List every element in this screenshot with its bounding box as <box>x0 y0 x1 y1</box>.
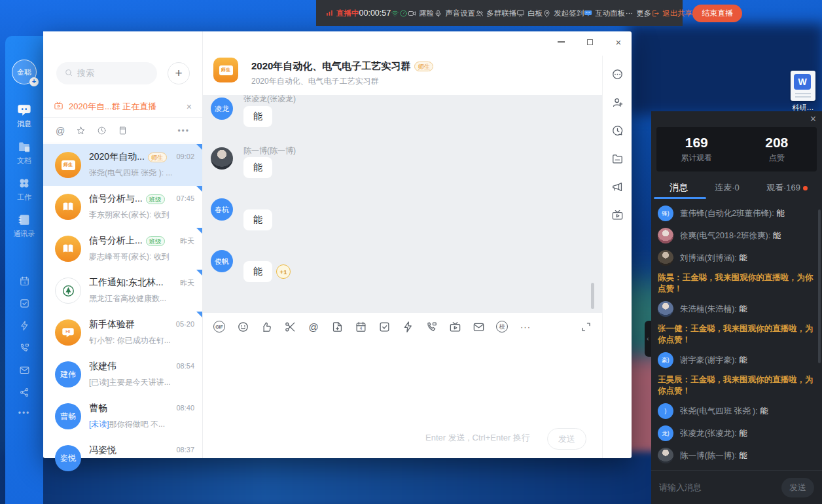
sidebar-tool-mail-icon[interactable] <box>19 365 30 376</box>
live-toolbar: 直播中 00:00:57 露脸 声音设置 多群联播 白板 发起签到 互动面板 更… <box>316 0 683 26</box>
conversation-preview: 黑龙江省高校健康数... <box>89 293 166 304</box>
composer-mail-icon[interactable] <box>472 320 485 333</box>
user-avatar: 姿悦 <box>55 445 81 471</box>
stat-label: 点赞 <box>769 153 785 164</box>
composer-school-icon[interactable]: 校 <box>495 320 509 333</box>
composer-expand-icon[interactable] <box>579 320 592 333</box>
group-avatar[interactable]: 师生 <box>213 58 238 82</box>
rail-tv[interactable] <box>611 209 624 221</box>
conversation-item[interactable]: 师生 2020年自动...师生 09:02 张尧(电气四班 张尧 ): ... <box>43 144 202 186</box>
message-scrollbar[interactable] <box>591 283 594 309</box>
toolbar-board-button[interactable]: 白板 <box>516 9 543 18</box>
panel-tabs: 消息连麦·0观看·169 <box>651 179 822 196</box>
maximize-button[interactable] <box>584 37 595 47</box>
filter-more-icon[interactable]: ••• <box>177 126 190 135</box>
toolbar-exit-button[interactable]: 退出共享 <box>651 9 692 18</box>
filter-doc-icon[interactable] <box>118 126 128 135</box>
user-avatar[interactable]: 金聪 + <box>12 60 37 84</box>
toolbar-dots-button[interactable]: 更多 <box>625 9 651 18</box>
conversation-item[interactable]: 工作通知:东北林... 昨天 黑龙江省高校健康数... <box>43 270 202 312</box>
search-input[interactable]: 搜索 <box>56 62 157 84</box>
sidebar-tool-flash-icon[interactable] <box>19 320 30 331</box>
conversation-item[interactable]: 信号分析上...班级 昨天 廖志峰哥哥(家长): 收到 <box>43 228 202 270</box>
new-chat-button[interactable]: + <box>168 62 190 84</box>
user-avatar: 锋) <box>658 206 673 221</box>
rail-megaphone[interactable] <box>611 181 624 193</box>
corner-flag <box>196 228 202 234</box>
rail-folder[interactable] <box>611 153 624 165</box>
sidebar-item-contacts[interactable]: 通讯录 <box>14 213 35 239</box>
composer[interactable]: Enter 发送 , Ctrl+Enter 换行 发送 <box>203 340 602 458</box>
composer-scissors-icon[interactable] <box>283 320 296 333</box>
send-button[interactable]: 发送 <box>547 428 586 450</box>
panel-tab[interactable]: 消息 <box>670 182 688 194</box>
toolbar-camera-button[interactable]: 露脸 <box>408 9 434 18</box>
sidebar-item-work[interactable]: 工作 <box>17 176 31 202</box>
chat-title: 2020年自动化、电气电子工艺实习群 <box>251 60 410 73</box>
toolbar-pin-button[interactable]: 发起签到 <box>543 9 584 18</box>
conversation-title: 信号分析上... <box>89 235 143 247</box>
conversation-item[interactable]: 建伟 张建伟 08:54 [已读]主要是今天讲讲... <box>43 353 202 395</box>
close-button[interactable]: × <box>613 37 624 47</box>
filter-star-icon[interactable] <box>76 126 86 135</box>
sidebar-tool-calls-icon[interactable] <box>19 342 30 353</box>
camera-icon <box>408 9 416 18</box>
svg-text:HI: HI <box>65 329 70 334</box>
conversation-title: 新手体验群 <box>89 319 135 331</box>
rail-ellipsis-circle[interactable] <box>611 68 624 81</box>
live-chat-message: 龙) 张凌龙(张凌龙): 能 <box>658 425 815 441</box>
group-type-badge: 班级 <box>146 236 165 246</box>
sidebar-tool-calendar-icon[interactable]: 4 <box>19 276 30 287</box>
live-interaction-panel: × 169 累计观看 208 点赞 消息连麦·0观看·169 锋) 董伟锋(自动… <box>651 111 822 504</box>
exit-icon <box>651 9 660 18</box>
conversation-time: 昨天 <box>180 278 194 288</box>
panel-tab[interactable]: 连麦·0 <box>715 182 740 194</box>
composer-tv-icon[interactable] <box>448 320 461 333</box>
toolbar-chat-filled-button[interactable]: 互动面板 <box>584 9 625 18</box>
live-chat-input[interactable] <box>659 482 764 492</box>
composer-calls-icon[interactable] <box>425 320 438 333</box>
composer-smile-icon[interactable] <box>236 320 249 333</box>
toolbar-people-button[interactable]: 多群联播 <box>475 9 516 18</box>
sidebar-more-button[interactable]: ••• <box>18 408 31 418</box>
composer-at-icon[interactable]: @ <box>307 320 320 333</box>
desktop-doc-icon[interactable]: W 科研… <box>787 71 819 113</box>
filter-clock-icon[interactable] <box>97 126 107 135</box>
composer-gif-icon[interactable]: GIF <box>213 320 226 333</box>
conversation-item[interactable]: 姿悦 冯姿悦 08:37 <box>43 437 202 479</box>
toolbar-mic-button[interactable]: 声音设置 <box>434 9 475 18</box>
end-live-button[interactable]: 结束直播 <box>692 5 742 22</box>
composer-calendar-icon[interactable]: 4 <box>354 320 367 333</box>
user-photo-avatar <box>211 147 233 170</box>
live-send-button[interactable]: 发送 <box>781 478 814 497</box>
sidebar-tool-share-icon[interactable] <box>19 387 30 398</box>
panel-tab[interactable]: 观看·169 <box>766 182 808 194</box>
conversation-item[interactable]: HI 新手体验群 05-20 钉小智: 你已成功在钉... <box>43 312 202 353</box>
conversation-item[interactable]: 曹畅 曹畅 08:40 [未读]那你得做吧 不... <box>43 395 202 437</box>
panel-scrollbar[interactable] <box>818 209 821 363</box>
filter-at-icon[interactable]: @ <box>56 126 65 136</box>
sidebar-tool-todo-icon[interactable] <box>19 298 30 309</box>
composer-file-add-icon[interactable] <box>331 320 344 333</box>
sidebar-item-docs[interactable]: 文档 <box>17 139 31 166</box>
rail-clock-bubble[interactable] <box>611 124 624 137</box>
live-broadcast-banner[interactable]: 2020年自...群 正在直播 × <box>43 96 202 118</box>
composer-more-icon[interactable]: ··· <box>519 320 532 333</box>
banner-close-icon[interactable]: × <box>187 101 192 112</box>
sidebar-item-message[interactable]: 消息 <box>17 103 31 129</box>
network-icon <box>391 9 399 18</box>
composer-thumb-icon[interactable] <box>260 320 273 333</box>
message-bubble: 能 <box>243 209 272 230</box>
composer-todo-icon[interactable] <box>378 320 391 333</box>
org-avatar <box>55 278 81 304</box>
minimize-button[interactable] <box>556 37 566 47</box>
conversation-item[interactable]: 信号分析与...班级 07:45 李东朔家长(家长): 收到 <box>43 186 202 228</box>
group-avatar <box>55 236 81 262</box>
panel-close-icon[interactable]: × <box>810 113 816 125</box>
rail-user-plus[interactable] <box>611 96 624 109</box>
composer-flash-icon[interactable] <box>401 320 414 333</box>
panel-collapse-handle[interactable]: ‹ <box>645 321 651 357</box>
message-icon <box>17 103 31 117</box>
user-photo-avatar <box>658 250 673 266</box>
plus-one-reaction[interactable]: +1 <box>276 264 291 279</box>
